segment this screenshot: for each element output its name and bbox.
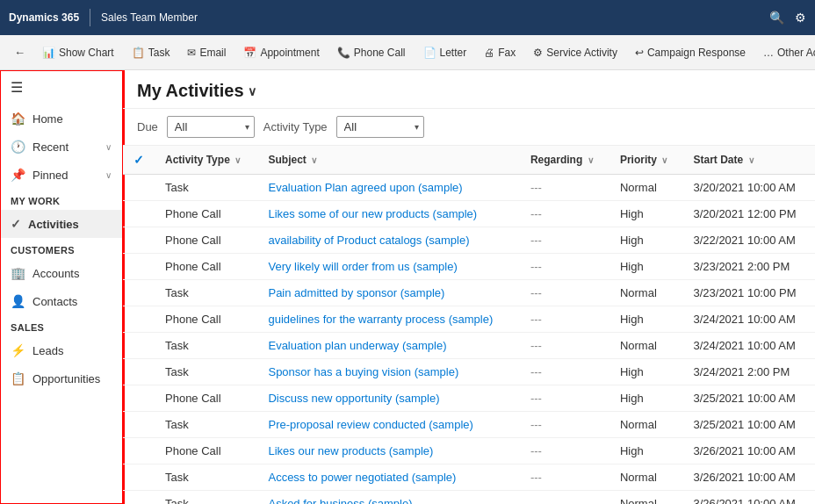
col-activity-type[interactable]: Activity Type ∨ bbox=[155, 146, 257, 175]
row-subject-1[interactable]: Likes some of our new products (sample) bbox=[257, 201, 519, 227]
col-priority[interactable]: Priority ∨ bbox=[609, 146, 683, 175]
row-type-7: Task bbox=[155, 359, 257, 385]
col-regarding[interactable]: Regarding ∨ bbox=[520, 146, 609, 175]
row-priority-11: Normal bbox=[609, 464, 683, 491]
sidebar-item-pinned[interactable]: 📌 Pinned ∨ bbox=[0, 161, 122, 189]
app-name: Sales Team Member bbox=[101, 11, 198, 24]
fax-button[interactable]: 🖨 Fax bbox=[476, 42, 523, 63]
row-regarding-6: --- bbox=[520, 333, 609, 359]
row-check-9 bbox=[123, 412, 155, 438]
recent-label: Recent bbox=[32, 140, 98, 154]
activity-type-filter-select[interactable]: All bbox=[336, 116, 424, 138]
show-chart-label: Show Chart bbox=[59, 47, 114, 59]
search-icon[interactable]: 🔍 bbox=[769, 11, 784, 25]
recent-icon: 🕐 bbox=[11, 140, 25, 154]
activities-label: Activities bbox=[28, 218, 112, 231]
row-priority-6: Normal bbox=[609, 333, 683, 359]
service-activity-button[interactable]: ⚙ Service Activity bbox=[525, 42, 625, 63]
sidebar-item-activities[interactable]: ✓ Activities bbox=[0, 210, 122, 238]
campaign-label: Campaign Response bbox=[647, 47, 746, 59]
section-sales: Sales bbox=[0, 315, 122, 336]
row-subject-12[interactable]: Asked for business (sample) bbox=[257, 491, 519, 505]
hamburger-button[interactable]: ☰ bbox=[0, 70, 122, 104]
due-filter-select[interactable]: All bbox=[167, 116, 255, 138]
row-check-3 bbox=[123, 254, 155, 280]
row-start-date-0: 3/20/2021 10:00 AM bbox=[682, 175, 815, 201]
sidebar-item-recent[interactable]: 🕐 Recent ∨ bbox=[0, 133, 122, 161]
email-label: Email bbox=[199, 47, 226, 59]
row-subject-4[interactable]: Pain admitted by sponsor (sample) bbox=[257, 280, 519, 306]
leads-icon: ⚡ bbox=[11, 343, 25, 357]
appointment-label: Appointment bbox=[260, 47, 319, 59]
row-priority-4: Normal bbox=[609, 280, 683, 306]
row-subject-9[interactable]: Pre-proposal review conducted (sample) bbox=[257, 412, 519, 438]
row-subject-5[interactable]: guidelines for the warranty process (sam… bbox=[257, 306, 519, 333]
row-regarding-3: --- bbox=[520, 254, 609, 280]
phone-call-button[interactable]: 📞 Phone Call bbox=[329, 42, 414, 63]
row-start-date-9: 3/25/2021 10:00 AM bbox=[682, 412, 815, 438]
appointment-button[interactable]: 📅 Appointment bbox=[235, 42, 327, 63]
campaign-response-button[interactable]: ↩ Campaign Response bbox=[627, 42, 754, 63]
sidebar-item-opportunities[interactable]: 📋 Opportunities bbox=[0, 364, 122, 392]
row-subject-3[interactable]: Very likely will order from us (sample) bbox=[257, 254, 519, 280]
fax-label: Fax bbox=[498, 47, 516, 59]
row-subject-11[interactable]: Access to power negotiated (sample) bbox=[257, 464, 519, 491]
table-header-row: ✓ Activity Type ∨ Subject ∨ Regarding ∨ … bbox=[123, 146, 815, 175]
other-activities-button[interactable]: … Other Activi... bbox=[755, 42, 815, 63]
letter-icon: 📄 bbox=[423, 47, 436, 59]
activities-table: ✓ Activity Type ∨ Subject ∨ Regarding ∨ … bbox=[123, 146, 815, 504]
task-button[interactable]: 📋 Task bbox=[124, 42, 178, 63]
contacts-label: Contacts bbox=[32, 295, 112, 308]
row-priority-8: High bbox=[609, 385, 683, 412]
row-type-1: Phone Call bbox=[155, 201, 257, 227]
sidebar-item-leads[interactable]: ⚡ Leads bbox=[0, 336, 122, 364]
opportunities-icon: 📋 bbox=[11, 371, 25, 385]
row-start-date-4: 3/23/2021 10:00 PM bbox=[682, 280, 815, 306]
page-title-text: My Activities bbox=[137, 81, 244, 101]
row-check-0 bbox=[123, 175, 155, 201]
col-subject[interactable]: Subject ∨ bbox=[257, 146, 519, 175]
row-type-5: Phone Call bbox=[155, 306, 257, 333]
row-regarding-12: --- bbox=[520, 491, 609, 505]
col-check[interactable]: ✓ bbox=[123, 146, 155, 175]
row-subject-10[interactable]: Likes our new products (sample) bbox=[257, 438, 519, 464]
col-start-date[interactable]: Start Date ∨ bbox=[682, 146, 815, 175]
row-regarding-10: --- bbox=[520, 438, 609, 464]
row-subject-7[interactable]: Sponsor has a buying vision (sample) bbox=[257, 359, 519, 385]
recent-chevron-icon: ∨ bbox=[105, 142, 112, 152]
command-bar: ← 📊 Show Chart 📋 Task ✉ Email 📅 Appointm… bbox=[0, 35, 815, 70]
table-row: Task Access to power negotiated (sample)… bbox=[123, 464, 815, 491]
table-row: Phone Call Likes some of our new product… bbox=[123, 201, 815, 227]
sidebar-item-contacts[interactable]: 👤 Contacts bbox=[0, 287, 122, 315]
row-subject-8[interactable]: Discuss new opportunity (sample) bbox=[257, 385, 519, 412]
row-check-7 bbox=[123, 359, 155, 385]
sidebar-item-home[interactable]: 🏠 Home bbox=[0, 104, 122, 133]
chart-icon: 📊 bbox=[42, 47, 55, 59]
row-priority-7: High bbox=[609, 359, 683, 385]
sidebar-item-accounts[interactable]: 🏢 Accounts bbox=[0, 259, 122, 287]
section-customers: Customers bbox=[0, 238, 122, 259]
settings-icon[interactable]: ⚙ bbox=[795, 11, 806, 25]
other-icon: … bbox=[763, 47, 774, 59]
email-button[interactable]: ✉ Email bbox=[179, 42, 234, 63]
table-row: Task Pain admitted by sponsor (sample) -… bbox=[123, 280, 815, 306]
page-title-chevron-icon[interactable]: ∨ bbox=[248, 84, 256, 98]
show-chart-button[interactable]: 📊 Show Chart bbox=[34, 42, 122, 63]
row-type-12: Task bbox=[155, 491, 257, 505]
row-subject-2[interactable]: availability of Product catalogs (sample… bbox=[257, 227, 519, 254]
row-check-6 bbox=[123, 333, 155, 359]
letter-button[interactable]: 📄 Letter bbox=[415, 42, 475, 63]
row-start-date-3: 3/23/2021 2:00 PM bbox=[682, 254, 815, 280]
back-button[interactable]: ← bbox=[7, 42, 32, 62]
campaign-icon: ↩ bbox=[635, 47, 644, 59]
row-check-11 bbox=[123, 464, 155, 491]
table-row: Phone Call Discuss new opportunity (samp… bbox=[123, 385, 815, 412]
row-subject-0[interactable]: Evaluation Plan agreed upon (sample) bbox=[257, 175, 519, 201]
row-subject-6[interactable]: Evaluation plan underway (sample) bbox=[257, 333, 519, 359]
row-priority-12: Normal bbox=[609, 491, 683, 505]
other-label: Other Activi... bbox=[777, 47, 815, 59]
activity-type-label: Activity Type bbox=[263, 120, 328, 133]
leads-label: Leads bbox=[32, 344, 112, 357]
contacts-icon: 👤 bbox=[11, 294, 25, 308]
phone-call-label: Phone Call bbox=[354, 47, 406, 59]
